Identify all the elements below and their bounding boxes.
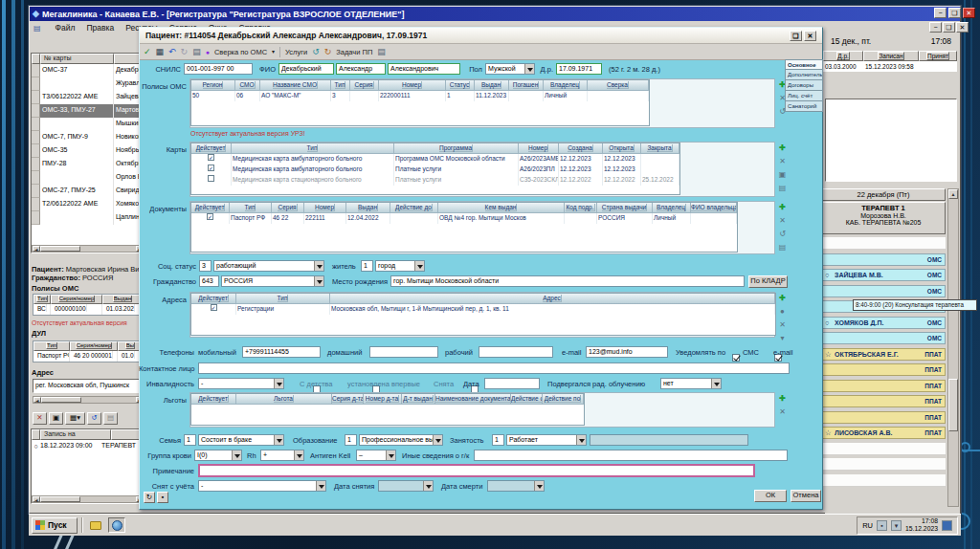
soc-code-input[interactable]: 3: [199, 260, 212, 272]
print-icon[interactable]: ▤: [192, 46, 201, 58]
row-gutter[interactable]: [32, 185, 40, 198]
refresh-icon[interactable]: ↺: [312, 46, 320, 58]
employment-code-input[interactable]: 1: [492, 434, 504, 446]
soc-select[interactable]: работающий: [213, 260, 324, 272]
column-header[interactable]: Серия: [272, 203, 304, 213]
column-header[interactable]: Наименование документа: [435, 394, 511, 405]
folder-taskbar-button[interactable]: [87, 517, 104, 533]
refresh-button[interactable]: ↺: [87, 412, 101, 425]
patient-row[interactable]: Т3/06122022 АМЕ Зайцева Мо: [32, 91, 145, 104]
sex-select[interactable]: Мужской: [485, 63, 535, 75]
patient-row[interactable]: Журавлёва: [32, 77, 145, 91]
column-header[interactable]: Страна выдачи: [597, 203, 653, 213]
chevron-down-icon[interactable]: [386, 450, 395, 460]
schedule-vscrollbar[interactable]: ▲: [947, 188, 959, 507]
column-header[interactable]: Серия д-та: [332, 394, 364, 405]
dialog-refresh-button[interactable]: ↻: [144, 492, 155, 503]
column-header[interactable]: Открыта: [603, 143, 641, 154]
schedule-slot[interactable]: ППАТ: [821, 411, 946, 424]
radiation-select[interactable]: нет: [660, 378, 722, 389]
column-header[interactable]: Кем выдан: [438, 203, 565, 213]
chevron-down-icon[interactable]: [524, 64, 534, 74]
column-header[interactable]: Действие до: [390, 203, 438, 213]
patients-list-header[interactable]: № карты: [32, 54, 145, 64]
table-action-icon[interactable]: ●: [777, 307, 788, 318]
column-header[interactable]: Выдан: [346, 203, 390, 213]
schedule-date-header[interactable]: 22 декабря (Пт): [821, 188, 946, 201]
delete-button[interactable]: ✕: [33, 412, 47, 425]
scroll-left-icon[interactable]: ◄: [33, 397, 41, 403]
chevron-down-icon[interactable]: [711, 379, 721, 388]
column-header[interactable]: Тип: [236, 294, 330, 304]
disability-select[interactable]: -: [198, 378, 284, 389]
table-action-icon[interactable]: ▾: [777, 334, 788, 344]
schedule-slot[interactable]: ○ ХОМЯКОВ Д.П. ОМС: [821, 317, 946, 329]
start-button[interactable]: Пуск: [32, 517, 78, 534]
redo2-icon[interactable]: ↻: [324, 46, 332, 58]
booking-row[interactable]: ○ 18.12.2023 09:00 ТЕРАПЕВТ: [32, 440, 145, 452]
outer-maximize-button[interactable]: ❏: [948, 8, 961, 18]
visit-row[interactable]: 03.03.2000 15.12.2023 09:58: [823, 61, 957, 72]
schedule-slot[interactable]: ○ ЗАЙЦЕВА М.В. ОМС: [821, 269, 946, 281]
sverka-oms-button[interactable]: Сверка по ОМС: [214, 48, 267, 56]
kladr-button[interactable]: По КЛАДР: [748, 275, 788, 288]
citizenship-code-input[interactable]: 643: [199, 275, 219, 287]
polisy-row[interactable]: 5006АО "МАКС-М" 3222000111 111.12.2023 Л…: [191, 91, 649, 101]
booking-header[interactable]: Запись на: [32, 429, 145, 440]
row-gutter[interactable]: [32, 171, 40, 185]
column-header[interactable]: Действует: [191, 143, 232, 154]
table-action-icon[interactable]: ✕: [777, 320, 788, 331]
inv-date-input[interactable]: [484, 378, 540, 389]
save-icon[interactable]: ▦: [156, 46, 165, 58]
blood-other-input[interactable]: [474, 450, 788, 461]
radio-icon[interactable]: ○: [32, 440, 40, 452]
table-action-icon[interactable]: ✕: [777, 157, 788, 167]
chevron-down-icon[interactable]: [414, 261, 424, 271]
work-phone-input[interactable]: [479, 346, 553, 358]
scroll-up-icon[interactable]: ▲: [948, 189, 958, 199]
column-header[interactable]: Выдан: [102, 295, 143, 304]
side-tab[interactable]: Санаторий: [785, 101, 823, 112]
kell-select[interactable]: –: [356, 450, 396, 461]
row-gutter[interactable]: [32, 131, 40, 144]
dokumenty-row[interactable]: ✓ Паспорт РФ46 22222111 12.04.2022ОВД №4…: [191, 213, 737, 224]
adresa-row[interactable]: ✓ РегистрацииМосковская обл, Мытищи г, 1…: [191, 304, 775, 315]
table-action-icon[interactable]: ↺: [777, 230, 788, 240]
column-header[interactable]: Адрес: [330, 294, 775, 304]
patients-hscrollbar[interactable]: ◄ ►: [32, 245, 145, 253]
language-indicator[interactable]: RU: [862, 521, 873, 530]
family-code-input[interactable]: 1: [184, 434, 196, 446]
ok-button[interactable]: ОК: [754, 490, 787, 502]
scroll-left-icon[interactable]: ◄: [33, 496, 40, 502]
column-header[interactable]: Регион: [191, 80, 235, 91]
home-phone-input[interactable]: [369, 346, 438, 358]
checkbox-icon[interactable]: [208, 175, 214, 182]
column-header[interactable]: Серия: [350, 80, 379, 91]
row-gutter[interactable]: [32, 104, 40, 118]
save-button[interactable]: ▦▾: [65, 412, 85, 425]
visits-column-header[interactable]: Принят: [919, 51, 957, 61]
citizenship-select[interactable]: РОССИЯ: [221, 275, 324, 287]
row-gutter[interactable]: [32, 144, 40, 158]
row-gutter[interactable]: [32, 91, 40, 104]
scroll-left-icon[interactable]: ◄: [33, 246, 40, 252]
table-action-icon[interactable]: ✚: [777, 143, 788, 154]
column-header[interactable]: Номер: [379, 80, 446, 91]
zhitel-select[interactable]: город: [375, 260, 425, 272]
side-tab[interactable]: Лиц. счёт: [785, 91, 823, 101]
schedule-doctor-header[interactable]: ТЕРАПЕВТ 1 Морозова Н.В. КАБ. ТЕРАПЕВТА …: [821, 202, 946, 234]
column-header[interactable]: Владелец: [653, 203, 691, 213]
lastname-input[interactable]: Декабрьский: [278, 63, 334, 75]
mdi-restore-button[interactable]: ❏: [943, 22, 955, 33]
chevron-down-icon[interactable]: [294, 450, 303, 460]
column-header[interactable]: Код подр.: [565, 203, 597, 213]
email-input[interactable]: 123@mud.info: [586, 346, 668, 358]
column-header[interactable]: Погашен: [509, 80, 544, 91]
patient-row[interactable]: ОМС-35 Ноябрьски: [32, 144, 145, 158]
chevron-down-icon[interactable]: [433, 435, 442, 445]
info-hscrollbar[interactable]: ◄ ►: [33, 396, 145, 404]
contact-input[interactable]: [198, 362, 790, 374]
schedule-slot[interactable]: ППАТ: [821, 363, 946, 376]
zadachi-pp-button[interactable]: Задачи ПП: [336, 48, 372, 56]
copy-button[interactable]: ▣: [49, 412, 63, 425]
